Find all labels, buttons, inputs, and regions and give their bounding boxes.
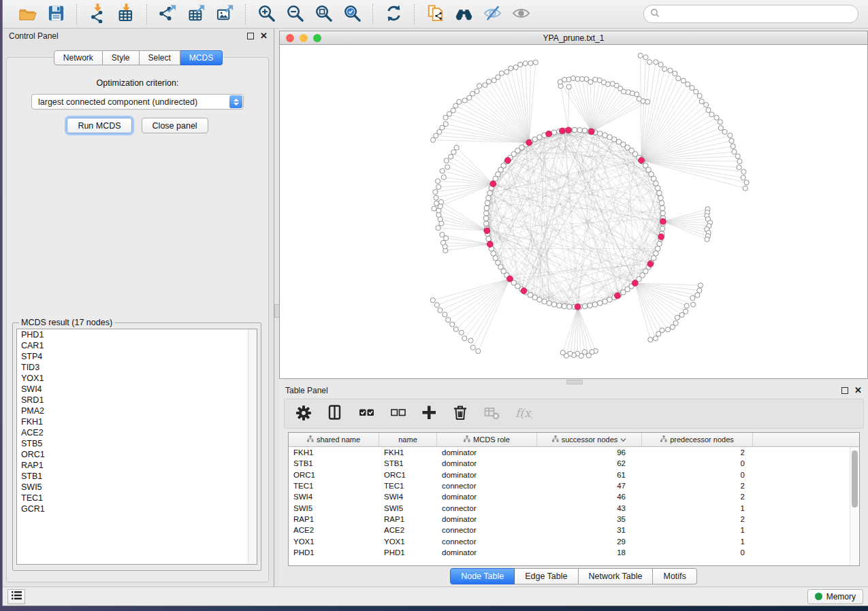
optimization-criterion-select[interactable]: largest connected component (undirected)	[31, 94, 244, 110]
mcds-result-item[interactable]: SWI5	[17, 482, 257, 493]
network-view[interactable]	[279, 45, 868, 379]
float-table-panel-icon[interactable]	[841, 387, 848, 394]
table-scrollbar[interactable]	[850, 447, 859, 565]
table-row[interactable]: FKH1FKH1dominator962	[289, 447, 859, 458]
table-scrollbar-thumb[interactable]	[852, 450, 858, 508]
maximize-window-icon[interactable]	[313, 34, 321, 42]
column-header-mcds-role[interactable]: MCDS role	[437, 433, 537, 446]
table-row[interactable]: ACE2ACE2connector311	[289, 525, 859, 535]
list-icon	[11, 590, 22, 603]
delete-icon	[452, 404, 470, 423]
column-header-predecessor-nodes[interactable]: predecessor nodes	[642, 433, 753, 446]
mcds-result-item[interactable]: ORC1	[17, 449, 257, 460]
mcds-result-item[interactable]: STP4	[17, 351, 257, 362]
vertical-splitter[interactable]	[274, 29, 279, 587]
mcds-result-item[interactable]: STB5	[17, 438, 257, 449]
table-toolbar: f(x)	[284, 399, 864, 429]
tab-select[interactable]: Select	[140, 50, 180, 65]
add-button[interactable]	[421, 404, 438, 423]
tab-node-table[interactable]: Node Table	[450, 568, 515, 584]
export-image-button[interactable]	[212, 3, 238, 26]
import-network-button[interactable]	[84, 3, 110, 26]
float-panel-icon[interactable]	[247, 33, 254, 39]
horizontal-splitter[interactable]	[279, 379, 868, 383]
search-network-button[interactable]	[451, 3, 477, 26]
table-row[interactable]: PHD1PHD1dominator180	[289, 547, 859, 558]
table-row[interactable]: SWI5SWI5connector431	[289, 502, 859, 513]
select-all-button[interactable]	[358, 404, 376, 423]
mcds-result-item[interactable]: PMA2	[17, 406, 257, 416]
mcds-result-item[interactable]: ACE2	[17, 427, 257, 438]
cell-name: YOX1	[379, 538, 437, 546]
mcds-result-item[interactable]: FKH1	[17, 416, 257, 427]
table-row[interactable]: SWI4SWI4dominator462	[289, 491, 859, 502]
tab-mcds[interactable]: MCDS	[180, 50, 223, 65]
mcds-result-item[interactable]: PHD1	[17, 329, 257, 340]
cell-mcds-role: dominator	[437, 548, 537, 557]
zoom-in-button[interactable]	[253, 3, 279, 26]
table-tabs: Node TableEdge TableNetwork TableMotifs	[279, 566, 868, 587]
column-label: successor nodes	[562, 435, 618, 444]
hide-selected-button[interactable]	[479, 3, 505, 26]
table-row[interactable]: YOX1YOX1connector291	[289, 535, 859, 546]
close-window-icon[interactable]	[286, 34, 294, 42]
table-row[interactable]: ORC1ORC1dominator610	[289, 469, 859, 480]
mcds-result-item[interactable]: YOX1	[17, 373, 257, 384]
close-panel-icon[interactable]: ✕	[260, 33, 268, 39]
close-table-panel-icon[interactable]: ✕	[854, 388, 862, 393]
gear-button[interactable]	[295, 404, 313, 423]
minimize-window-icon[interactable]	[300, 34, 308, 42]
network-window-titlebar[interactable]: YPA_prune.txt_1	[279, 31, 868, 45]
export-table-button[interactable]	[183, 3, 209, 26]
memory-button[interactable]: Memory	[807, 589, 863, 604]
tab-edge-table[interactable]: Edge Table	[515, 568, 578, 584]
mcds-result-item[interactable]: CAR1	[17, 340, 257, 351]
column-header-shared-name[interactable]: shared name	[289, 433, 379, 446]
close-panel-button[interactable]: Close panel	[142, 118, 208, 133]
export-image-icon	[215, 3, 235, 25]
network-graph[interactable]	[280, 45, 867, 379]
zoom-out-button[interactable]	[282, 3, 308, 26]
mcds-result-item[interactable]: SRD1	[17, 395, 257, 406]
delete-table-icon	[483, 404, 501, 423]
table-row[interactable]: TEC1TEC1connector472	[289, 480, 859, 491]
tab-network-table[interactable]: Network Table	[579, 568, 654, 584]
table-row[interactable]: STB1STB1dominator620	[289, 458, 859, 469]
mcds-list-scrollbar[interactable]	[248, 329, 257, 564]
mcds-result-item[interactable]: TID3	[17, 362, 257, 373]
delete-button[interactable]	[452, 404, 470, 423]
network-from-selection-button[interactable]	[422, 3, 448, 26]
columns-icon	[327, 404, 344, 423]
column-type-icon	[307, 435, 314, 444]
search-box[interactable]	[643, 5, 858, 23]
mcds-result-item[interactable]: STB1	[17, 471, 257, 482]
tab-style[interactable]: Style	[103, 50, 140, 65]
column-header-successor-nodes[interactable]: successor nodes	[537, 433, 642, 446]
horizontal-splitter-handle[interactable]	[566, 380, 583, 384]
search-network-icon	[454, 3, 474, 25]
refresh-button[interactable]	[381, 3, 406, 26]
search-input[interactable]	[664, 9, 852, 20]
mcds-result-list[interactable]: PHD1CAR1STP4TID3YOX1SWI4SRD1PMA2FKH1ACE2…	[16, 329, 257, 565]
save-button[interactable]	[43, 3, 69, 26]
export-network-button[interactable]	[155, 3, 180, 26]
mcds-result-item[interactable]: RAP1	[17, 460, 257, 471]
deselect-all-button[interactable]	[389, 404, 407, 423]
zoom-selected-button[interactable]	[339, 3, 365, 26]
table-row[interactable]: RAP1RAP1dominator352	[289, 514, 859, 525]
zoom-fit-button[interactable]	[310, 3, 336, 26]
mcds-result-item[interactable]: SWI4	[17, 384, 257, 395]
import-table-button[interactable]	[113, 3, 139, 26]
show-all-button[interactable]	[508, 3, 534, 26]
tab-network[interactable]: Network	[54, 50, 103, 65]
mcds-result-item[interactable]: GCR1	[17, 503, 257, 514]
column-header-name[interactable]: name	[379, 433, 437, 446]
run-mcds-button[interactable]: Run MCDS	[67, 118, 131, 133]
import-network-icon	[88, 3, 108, 25]
tab-motifs[interactable]: Motifs	[653, 568, 696, 584]
open-button[interactable]	[14, 3, 40, 26]
mcds-result-item[interactable]: TEC1	[17, 493, 257, 503]
show-panels-list-button[interactable]	[7, 589, 25, 604]
columns-button[interactable]	[327, 404, 344, 423]
column-label: shared name	[317, 435, 360, 444]
